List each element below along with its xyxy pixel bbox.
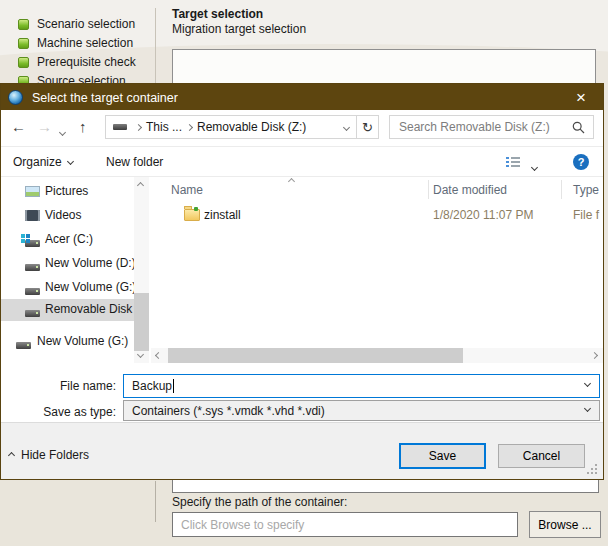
step-complete-icon	[18, 19, 29, 30]
new-folder-button[interactable]: New folder	[106, 147, 163, 176]
breadcrumb-separator-icon	[186, 123, 193, 130]
breadcrumb-this-pc[interactable]: This ...	[146, 120, 182, 134]
sidebar-item-new-volume-g[interactable]: New Volume (G:)	[1, 277, 134, 299]
dialog-title: Select the target container	[32, 91, 178, 105]
column-divider[interactable]	[428, 180, 429, 199]
breadcrumb-separator-icon	[135, 123, 142, 130]
step-complete-icon	[18, 57, 29, 68]
back-icon[interactable]: ←	[11, 119, 26, 134]
file-type: File f	[573, 208, 599, 222]
step-label: Scenario selection	[37, 17, 135, 31]
container-path-label: Specify the path of the container:	[172, 495, 347, 509]
videos-icon	[25, 210, 40, 221]
file-name-combo[interactable]: Backup	[123, 374, 600, 398]
system-drive-icon	[25, 240, 40, 247]
scroll-right-icon	[591, 352, 598, 359]
save-button[interactable]: Save	[399, 443, 486, 469]
save-as-type-value: Containers (*.sys *.vmdk *.vhd *.vdi)	[124, 404, 325, 418]
up-icon[interactable]: ↑	[79, 119, 87, 134]
help-icon[interactable]: ?	[573, 154, 589, 170]
step-label: Machine selection	[37, 36, 133, 50]
sidebar-item-label: Pictures	[45, 184, 88, 198]
breadcrumb: This ... Removable Disk (Z:) ↻	[105, 115, 379, 139]
chevron-down-icon	[67, 158, 74, 165]
forward-icon[interactable]: →	[37, 119, 52, 134]
organize-label: Organize	[13, 155, 62, 169]
horizontal-scrollbar-thumb[interactable]	[168, 348, 463, 363]
file-name-label: File name:	[1, 379, 116, 393]
scroll-up-icon	[137, 182, 144, 189]
step-complete-icon	[18, 38, 29, 49]
close-icon[interactable]: ×	[564, 84, 598, 111]
drive-icon	[25, 310, 40, 317]
save-dialog: Select the target container × ← → ↑ This…	[0, 83, 604, 480]
text-caret	[173, 379, 174, 393]
sidebar-item-removable-disk[interactable]: Removable Disk	[1, 299, 134, 321]
column-divider[interactable]	[561, 180, 562, 199]
file-name-value: Backup	[124, 379, 172, 393]
sidebar-item-pictures[interactable]: Pictures	[1, 181, 134, 203]
file-date-modified: 1/8/2020 11:07 PM	[433, 208, 534, 222]
recent-locations-chevron-icon[interactable]	[60, 124, 65, 138]
sidebar-item-label: New Volume (D:)	[45, 256, 134, 270]
scroll-down-icon	[137, 351, 144, 358]
file-row-zinstall[interactable]: zinstall 1/8/2020 11:07 PM File f	[151, 204, 603, 227]
address-dropdown-button[interactable]	[336, 116, 356, 138]
column-date-modified[interactable]: Date modified	[433, 183, 507, 197]
chevron-down-icon	[531, 164, 538, 171]
folder-icon	[184, 209, 200, 221]
file-name: zinstall	[204, 208, 241, 222]
chevron-up-icon	[8, 451, 15, 458]
resize-grip[interactable]	[595, 472, 597, 474]
search-box	[389, 115, 594, 139]
save-as-type-label: Save as type:	[1, 405, 116, 419]
sidebar-item-label: New Volume (G:)	[37, 334, 128, 348]
search-input[interactable]	[390, 120, 572, 134]
step-label: Prerequisite check	[37, 55, 136, 69]
breadcrumb-current[interactable]: Removable Disk (Z:)	[197, 120, 306, 134]
change-view-icon[interactable]	[506, 156, 521, 168]
sidebar-item-acer-c[interactable]: Acer (C:)	[1, 229, 134, 251]
sort-ascending-icon	[288, 178, 295, 185]
container-path-input[interactable]	[172, 512, 518, 537]
combo-dropdown-icon[interactable]	[584, 380, 591, 387]
dialog-content: Pictures Videos Acer (C:) New Volume (D:…	[1, 177, 603, 363]
step-scenario-selection: Scenario selection	[18, 17, 135, 31]
vertical-scrollbar-thumb[interactable]	[134, 293, 149, 351]
drive-icon	[16, 342, 31, 349]
view-dropdown-button[interactable]	[532, 159, 537, 173]
pictures-icon	[25, 186, 40, 197]
hide-folders-label: Hide Folders	[21, 448, 89, 462]
horizontal-scrollbar[interactable]	[151, 348, 603, 363]
refresh-icon[interactable]: ↻	[356, 116, 378, 138]
dialog-footer: Hide Folders Save Cancel	[1, 422, 603, 479]
navigation-bar: ← → ↑ This ... Removable Disk (Z:) ↻	[1, 110, 603, 146]
dialog-toolbar: Organize New folder ?	[1, 146, 603, 177]
sidebar-item-videos[interactable]: Videos	[1, 205, 134, 227]
organize-button[interactable]: Organize	[13, 147, 73, 176]
sidebar-item-label: Removable Disk	[45, 302, 132, 316]
combo-dropdown-icon[interactable]	[584, 404, 591, 411]
sidebar-item-new-volume-d[interactable]: New Volume (D:)	[1, 253, 134, 275]
hide-folders-button[interactable]: Hide Folders	[9, 448, 89, 462]
column-headers: Name Date modified Type	[151, 177, 603, 202]
save-as-type-combo[interactable]: Containers (*.sys *.vmdk *.vhd *.vdi)	[123, 400, 600, 421]
step-machine-selection: Machine selection	[18, 36, 133, 50]
drive-icon	[25, 264, 40, 271]
step-prerequisite-check: Prerequisite check	[18, 55, 136, 69]
cancel-button[interactable]: Cancel	[498, 444, 585, 468]
sidebar-divider	[155, 481, 156, 522]
sidebar-item-label: Videos	[45, 208, 81, 222]
vertical-scrollbar[interactable]	[134, 177, 149, 363]
search-icon	[572, 121, 585, 134]
sidebar-item-new-volume-g-2[interactable]: New Volume (G:)	[1, 331, 134, 353]
app-icon	[8, 90, 23, 105]
drive-icon	[113, 124, 127, 130]
column-type[interactable]: Type	[573, 183, 599, 197]
sidebar-item-label: Acer (C:)	[45, 232, 93, 246]
sidebar-divider	[155, 8, 156, 83]
browse-button[interactable]: Browse ...	[529, 511, 601, 538]
drive-icon	[25, 288, 40, 295]
column-name[interactable]: Name	[171, 183, 203, 197]
sidebar-item-label: New Volume (G:)	[45, 280, 134, 294]
